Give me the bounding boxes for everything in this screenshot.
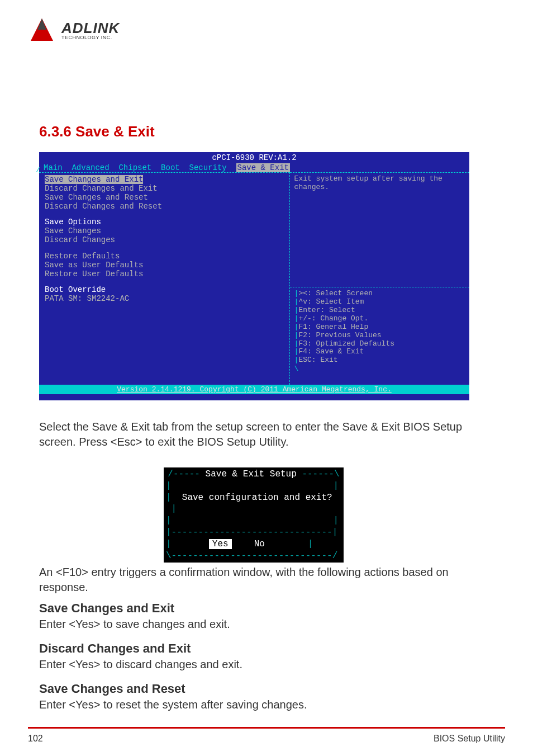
tab-save-exit: Save & Exit: [236, 163, 290, 172]
bios-separator: [290, 287, 469, 287]
menu-save-reset: Save Changes and Reset: [45, 193, 284, 202]
key-select: |Enter: Select: [294, 306, 465, 315]
tab-chipset: Chipset: [118, 163, 151, 172]
key-help: |F1: General Help: [294, 323, 465, 332]
option-3-desc: Enter <Yes> to reset the system after sa…: [39, 698, 486, 711]
key-item: |^v: Select Item: [294, 298, 465, 306]
option-2-desc: Enter <Yes> to discard changes and exit.: [39, 658, 486, 671]
dialog-bottom: \------------------------------/: [166, 550, 341, 562]
option-3-title: Save Changes and Reset: [39, 682, 185, 696]
dialog-separator: |------------------------------|: [166, 527, 341, 538]
dialog-question-row: | Save configuration and exit? |: [166, 492, 341, 516]
dialog-question: Save configuration and exit?: [182, 493, 332, 503]
menu-discard-reset: Discard Changes and Reset: [45, 202, 284, 211]
key-screen: |><: Select Screen: [294, 290, 465, 298]
dialog-row: ||: [166, 480, 341, 492]
logo-subtext: TECHNOLOGY INC.: [61, 35, 120, 40]
dialog-row: ||: [166, 515, 341, 527]
page-number: 102: [28, 734, 43, 744]
bios-title: cPCI-6930 REV:A1.2: [39, 152, 469, 163]
dialog-screenshot: /----- Save & Exit Setup ------\ || | Sa…: [164, 467, 344, 563]
tab-main: Main: [44, 163, 63, 172]
key-change: |+/-: Change Opt.: [294, 315, 465, 323]
bios-footer: Version 2.14.1219. Copyright (C) 2011 Am…: [39, 385, 469, 394]
logo-icon: [28, 16, 56, 44]
bios-right-panel: Exit system setup after saving the chang…: [290, 172, 469, 385]
dialog-yes-button: Yes: [209, 539, 232, 549]
bios-body: Save Changes and Exit Discard Changes an…: [39, 172, 469, 385]
key-save: |F4: Save & Exit: [294, 348, 465, 356]
menu-restore-defaults: Restore Defaults: [45, 252, 284, 261]
logo-text-block: ADLINK TECHNOLOGY INC.: [61, 20, 120, 40]
group-save-options: Save Options: [45, 218, 284, 226]
logo-text: ADLINK: [61, 20, 120, 37]
option-1-desc: Enter <Yes> to save changes and exit.: [39, 618, 486, 631]
bios-left-panel: Save Changes and Exit Discard Changes an…: [39, 172, 290, 385]
paragraph-1: Select the Save & Exit tab from the setu…: [39, 419, 486, 450]
key-defaults: |F3: Optimized Defaults: [294, 340, 465, 348]
menu-save-exit: Save Changes and Exit: [45, 175, 143, 184]
key-esc: |ESC: Exit: [294, 356, 465, 365]
footer-label: BIOS Setup Utility: [434, 734, 505, 744]
menu-boot-device: PATA SM: SM2242-AC: [45, 294, 284, 303]
option-1-title: Save Changes and Exit: [39, 601, 174, 616]
tab-advanced: Advanced: [72, 163, 109, 172]
bios-help-text: Exit system setup after saving the chang…: [294, 175, 465, 192]
menu-discard-exit: Discard Changes and Exit: [45, 184, 284, 193]
menu-save-user-defaults: Save as User Defaults: [45, 261, 284, 270]
menu-restore-user-defaults: Restore User Defaults: [45, 270, 284, 278]
bios-tab-bar: Main Advanced Chipset Boot Security Save…: [39, 163, 469, 172]
svg-marker-1: [37, 18, 46, 30]
dialog-no-button: No: [254, 539, 265, 549]
option-2-title: Discard Changes and Exit: [39, 641, 191, 656]
tab-security: Security: [189, 163, 227, 172]
section-heading: 6.3.6 Save & Exit: [39, 123, 155, 140]
paragraph-2: An <F10> entry triggers a confirmation w…: [39, 565, 486, 595]
key-prev: |F2: Previous Values: [294, 332, 465, 340]
menu-save-changes: Save Changes: [45, 226, 284, 235]
menu-discard-changes: Discard Changes: [45, 235, 284, 244]
dialog-title-line: /----- Save & Exit Setup ------\: [166, 469, 341, 480]
tab-boot: Boot: [161, 163, 180, 172]
group-boot-override: Boot Override: [45, 285, 284, 294]
dialog-button-row: | YesNo |: [166, 538, 341, 550]
bios-key-hints: |><: Select Screen |^v: Select Item |Ent…: [294, 290, 465, 365]
footer-rule: [28, 727, 505, 729]
bios-screenshot: cPCI-6930 REV:A1.2 Main Advanced Chipset…: [39, 152, 469, 400]
logo: ADLINK TECHNOLOGY INC.: [28, 16, 120, 44]
